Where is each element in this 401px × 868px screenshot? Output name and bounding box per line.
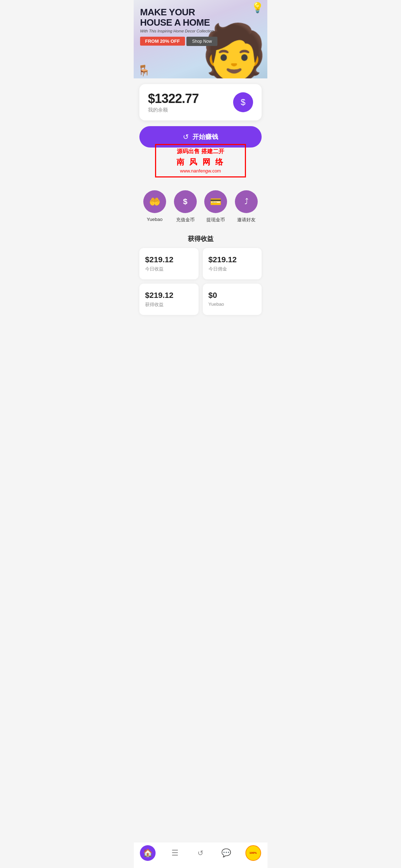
balance-card: $1322.77 我的余额 $ <box>139 84 262 120</box>
recharge-icon: $ <box>174 190 197 213</box>
earnings-section: 获得收益 $219.12 今日收益 $219.12 今日佣金 $219.12 获… <box>139 234 262 315</box>
today-commission-amount: $219.12 <box>209 255 256 264</box>
earning-card-today-commission: $219.12 今日佣金 <box>203 248 262 279</box>
balance-amount: $1322.77 <box>148 91 199 106</box>
action-invite[interactable]: ⤴ 邀请好友 <box>235 190 258 223</box>
stool-icon: 🪑 <box>137 64 150 77</box>
earnings-grid: $219.12 今日收益 $219.12 今日佣金 $219.12 获得收益 $… <box>139 248 262 315</box>
earning-card-total-income: $219.12 获得收益 <box>139 284 199 315</box>
banner-subtitle: With This Inspiring Home Decor Collectio… <box>140 29 217 33</box>
total-income-label: 获得收益 <box>145 301 193 308</box>
today-commission-label: 今日佣金 <box>209 266 256 272</box>
today-income-amount: $219.12 <box>145 255 193 264</box>
banner-title-line2: HOUSE A HOME <box>140 17 217 28</box>
action-yuebao[interactable]: 🤲 Yuebao <box>143 190 166 223</box>
watermark-line2: 南 风 网 络 <box>160 157 241 167</box>
hero-banner: MAKE YOUR HOUSE A HOME With This Inspiri… <box>134 0 267 78</box>
total-income-amount: $219.12 <box>145 291 193 300</box>
earn-button-label: 开始赚钱 <box>192 133 218 141</box>
banner-text: MAKE YOUR HOUSE A HOME With This Inspiri… <box>140 7 217 46</box>
yuebao-earning-label: Yuebao <box>209 301 256 307</box>
earnings-title: 获得收益 <box>139 234 262 243</box>
recharge-label: 充值金币 <box>176 217 195 223</box>
invite-label: 邀请好友 <box>237 217 256 223</box>
banner-title-line1: MAKE YOUR <box>140 7 217 17</box>
yuebao-label: Yuebao <box>147 217 163 222</box>
action-recharge[interactable]: $ 充值金币 <box>174 190 197 223</box>
dollar-icon: $ <box>241 97 245 107</box>
withdraw-icon: 💳 <box>204 190 227 213</box>
watermark-line3: www.nanfengw.com <box>160 168 241 174</box>
yuebao-amount: $0 <box>209 291 256 300</box>
balance-icon-button[interactable]: $ <box>233 92 253 112</box>
watermark: 源码出售 搭建二开 南 风 网 络 www.nanfengw.com <box>155 144 246 177</box>
yuebao-icon: 🤲 <box>143 190 166 213</box>
watermark-line1: 源码出售 搭建二开 <box>160 148 241 155</box>
earn-icon: ↺ <box>183 133 189 141</box>
balance-info: $1322.77 我的余额 <box>148 91 199 113</box>
banner-discount: FROM 20% OFF <box>140 37 185 46</box>
invite-icon: ⤴ <box>235 190 258 213</box>
lamp-icon: 💡 <box>251 2 264 14</box>
shop-now-button[interactable]: Shop Now <box>186 37 217 46</box>
balance-label: 我的余额 <box>148 107 199 113</box>
today-income-label: 今日收益 <box>145 266 193 272</box>
action-withdraw[interactable]: 💳 提现金币 <box>204 190 227 223</box>
withdraw-label: 提现金币 <box>206 217 225 223</box>
earning-card-today-income: $219.12 今日收益 <box>139 248 199 279</box>
quick-actions-row: 🤲 Yuebao $ 充值金币 💳 提现金币 ⤴ 邀请好友 <box>139 185 262 229</box>
start-earning-button[interactable]: ↺ 开始赚钱 <box>139 126 262 148</box>
earning-card-yuebao: $0 Yuebao <box>203 284 262 315</box>
